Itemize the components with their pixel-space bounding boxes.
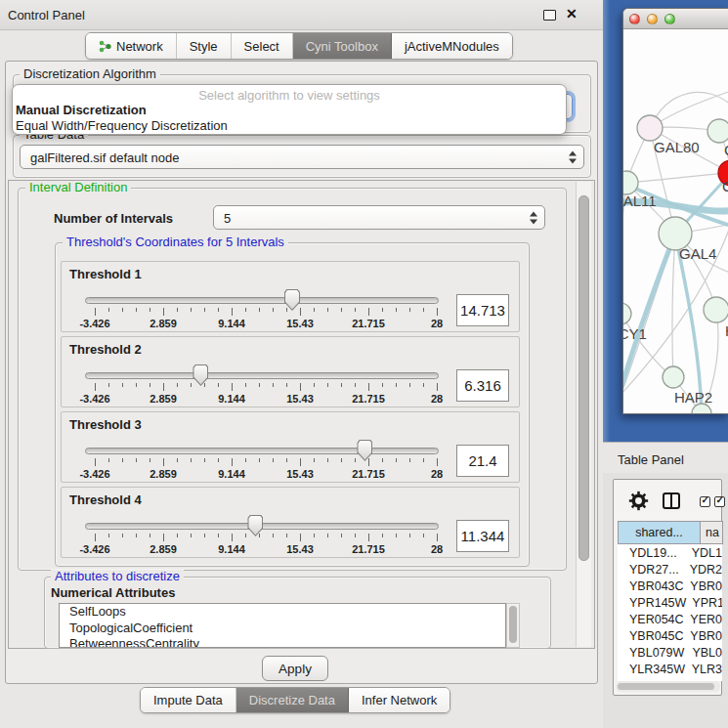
network-node[interactable] xyxy=(704,297,728,322)
network-window-titlebar[interactable] xyxy=(623,9,728,29)
float-window-icon[interactable] xyxy=(543,10,556,21)
list-item-topologicalcoefficient[interactable]: TopologicalCoefficient xyxy=(60,621,505,637)
tick-mark xyxy=(108,383,109,387)
minimize-traffic-light-icon[interactable] xyxy=(647,14,658,24)
threshold-3-slider-track[interactable] xyxy=(85,448,439,454)
table-row[interactable]: YLR345WYLR3 xyxy=(618,661,722,677)
slider-thumb-face xyxy=(248,516,262,535)
cell-name: YPR1 xyxy=(686,596,722,610)
split-view-icon[interactable] xyxy=(663,492,680,509)
table-horizontal-scrollbar[interactable] xyxy=(616,681,720,692)
table-row[interactable]: YER054CYER0 xyxy=(618,611,722,627)
tab-infer-network[interactable]: Infer Network xyxy=(349,688,450,712)
tab-label: Cyni Toolbox xyxy=(306,39,378,54)
discretization-algorithm-title: Discretization Algorithm xyxy=(20,67,160,81)
tab-label: Style xyxy=(190,39,218,54)
scrollbar-thumb[interactable] xyxy=(618,683,714,690)
list-item-betweennesscentrality[interactable]: BetweennessCentrality xyxy=(60,636,505,648)
tick-label: 15.43 xyxy=(286,468,314,480)
column-header-shared[interactable]: shared... xyxy=(618,521,701,544)
tick-mark xyxy=(122,534,123,537)
tick-mark xyxy=(341,383,342,387)
num-intervals-value: 5 xyxy=(224,210,231,225)
apply-button[interactable]: Apply xyxy=(262,656,328,681)
numerical-attributes-list[interactable]: SelfLoopsTopologicalCoefficientBetweenne… xyxy=(59,603,506,648)
tick-mark xyxy=(355,534,356,537)
tab-jactivemnodules[interactable]: jActiveMNodules xyxy=(392,33,512,59)
tick-mark xyxy=(396,534,397,537)
tick-mark xyxy=(437,383,438,391)
checkbox-icon[interactable] xyxy=(700,496,710,507)
tab-impute-data[interactable]: Impute Data xyxy=(141,688,236,712)
tick-mark xyxy=(95,383,96,391)
num-intervals-combobox[interactable]: 5 xyxy=(213,205,545,230)
tick-mark xyxy=(355,458,356,462)
network-node[interactable] xyxy=(623,303,631,324)
dropdown-options: Manual DiscretizationEqual Width/Frequen… xyxy=(16,103,563,133)
attributes-group-title: Attributes to discretize xyxy=(51,570,184,583)
cell-name: YBL0 xyxy=(686,646,722,660)
threshold-2-value-field[interactable]: 6.316 xyxy=(456,369,509,402)
tab-cyni-toolbox[interactable]: Cyni Toolbox xyxy=(293,33,392,59)
checkbox-icon[interactable] xyxy=(714,496,725,507)
tab-select[interactable]: Select xyxy=(232,33,293,59)
tab-discretize-data[interactable]: Discretize Data xyxy=(236,688,349,712)
scrollbar-thumb[interactable] xyxy=(509,606,517,643)
table-row[interactable]: YBR045CYBR0 xyxy=(618,627,722,644)
node-label: GAL4 xyxy=(679,245,716,262)
table-panel-body: shared... na YDL19...YDL1YDR27...YDR2YBR… xyxy=(603,473,728,728)
tick-mark xyxy=(273,534,274,537)
column-header-name[interactable]: na xyxy=(701,521,723,544)
gear-icon[interactable] xyxy=(628,491,649,511)
network-node[interactable] xyxy=(637,115,663,141)
tick-mark xyxy=(273,383,274,387)
slider-tick-labels: -3.4262.8599.14415.4321.71528 xyxy=(95,393,437,406)
table-row[interactable]: YDR27...YDR2 xyxy=(618,561,722,578)
tab-style[interactable]: Style xyxy=(177,33,232,59)
algorithm-option-manual-discretization[interactable]: Manual Discretization xyxy=(16,103,563,118)
zoom-traffic-light-icon[interactable] xyxy=(664,14,675,24)
tick-mark xyxy=(218,383,219,387)
table-data-combobox[interactable]: galFiltered.sif default node xyxy=(20,145,584,169)
scrollbar-thumb[interactable] xyxy=(578,195,589,561)
network-node[interactable] xyxy=(623,171,638,194)
control-panel-titlebar: Control Panel ✕ xyxy=(0,0,603,30)
threshold-3-value-field[interactable]: 21.4 xyxy=(456,445,509,477)
settings-vertical-scrollbar[interactable] xyxy=(576,182,591,647)
list-item-selfloops[interactable]: SelfLoops xyxy=(60,604,505,621)
tick-mark xyxy=(273,308,274,312)
tick-mark xyxy=(396,308,397,312)
close-traffic-light-icon[interactable] xyxy=(629,14,640,24)
tick-mark xyxy=(300,308,301,316)
threshold-2-slider-track[interactable] xyxy=(85,372,439,379)
threshold-1-slider-track[interactable] xyxy=(85,297,439,304)
tick-label: 2.859 xyxy=(150,543,177,555)
attributes-list-scrollbar[interactable] xyxy=(506,603,520,648)
algorithm-dropdown-popup: Select algorithm to view settings Manual… xyxy=(12,84,567,135)
network-node[interactable] xyxy=(707,119,728,143)
table-row[interactable]: YPR145WYPR1 xyxy=(618,594,722,611)
tick-mark xyxy=(150,308,150,312)
table-row[interactable]: YDL19...YDL1 xyxy=(618,544,722,561)
tab-label: Network xyxy=(116,39,163,54)
close-panel-icon[interactable]: ✕ xyxy=(566,6,578,21)
tick-mark xyxy=(327,308,328,312)
tick-label: 2.859 xyxy=(150,318,177,329)
tick-label: 21.715 xyxy=(352,318,385,329)
table-row[interactable]: YBR043CYBR0 xyxy=(618,578,722,594)
algorithm-option-equal-width-frequency-discretization[interactable]: Equal Width/Frequency Discretization xyxy=(16,118,563,134)
tick-mark xyxy=(232,534,233,541)
tick-mark xyxy=(177,458,178,462)
threshold-4-value-field[interactable]: 11.344 xyxy=(456,520,509,552)
slider-thumb-face xyxy=(285,290,299,310)
tick-mark xyxy=(341,308,342,312)
network-node[interactable] xyxy=(663,366,684,388)
tick-mark xyxy=(368,308,369,316)
threshold-1-value-field[interactable]: 14.713 xyxy=(456,294,509,326)
num-intervals-label: Number of Intervals xyxy=(54,211,173,226)
network-canvas[interactable]: GAL80GCGAL11GAL4GCY1HHAP2 xyxy=(623,28,728,413)
combo-stepper-icon xyxy=(530,211,537,224)
table-row[interactable]: YBL079WYBL0 xyxy=(618,644,722,661)
tab-network[interactable]: Network xyxy=(86,33,177,59)
tick-mark xyxy=(232,458,233,466)
